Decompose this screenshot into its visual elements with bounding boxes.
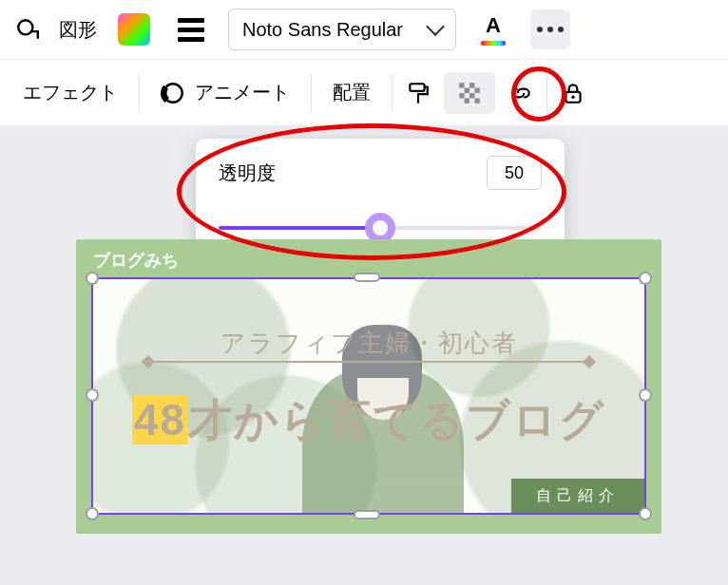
transparency-popover: 透明度 50 [196,139,565,251]
design-canvas[interactable]: ブログみち アラフィフ主婦・初心者 48才から育てるブログ 自己紹介 [76,239,661,534]
line-style-button[interactable] [171,9,211,49]
line-weight-icon [178,18,204,42]
position-button[interactable]: 配置 [312,60,392,126]
text-color-button[interactable]: A [473,9,513,49]
cta-badge: 自己紹介 [511,479,644,513]
decorative-rule [148,361,589,363]
svg-rect-11 [474,98,479,103]
main-title-rest: 才から育てるブログ [188,395,605,444]
svg-rect-10 [465,98,469,103]
svg-rect-6 [465,87,469,92]
text-color-icon: A [481,13,506,46]
chevron-down-icon [426,17,445,36]
transparency-label: 透明度 [219,160,276,186]
svg-point-0 [18,20,32,34]
animate-button[interactable]: アニメート [140,60,311,126]
svg-rect-9 [469,93,474,98]
transparency-slider[interactable] [219,217,542,239]
slider-fill [219,226,380,230]
more-options-button[interactable] [530,9,570,49]
toolbar-top: 図形 Noto Sans Regular A [0,0,728,59]
svg-rect-7 [474,87,479,92]
main-title-highlight: 48 [132,395,188,444]
fill-color-button[interactable] [114,9,154,49]
main-title-text: 48才から育てるブログ [93,391,644,450]
link-button[interactable] [495,60,546,126]
font-family-dropdown[interactable]: Noto Sans Regular [228,9,456,50]
transparency-icon [457,81,482,105]
paint-roller-icon [406,81,431,105]
ellipsis-icon [537,27,564,32]
animate-label: アニメート [195,80,290,105]
subtitle-text: アラフィフ主婦・初心者 [93,327,644,360]
animate-icon [161,81,185,105]
rainbow-swatch-icon [118,13,150,46]
svg-point-13 [571,95,574,98]
shape-tool-button[interactable] [8,9,48,49]
site-title-text: ブログみち [93,249,179,272]
lock-icon [561,81,585,105]
shape-tool-label: 図形 [59,17,97,43]
effects-button[interactable]: エフェクト [2,60,139,126]
shape-icon [15,17,40,42]
toolbar-second: エフェクト アニメート 配置 [0,59,728,125]
font-family-value: Noto Sans Regular [242,19,403,41]
style-copy-button[interactable] [393,60,444,126]
position-label: 配置 [333,80,371,105]
lock-button[interactable] [547,60,599,126]
svg-rect-4 [459,83,464,87]
effects-label: エフェクト [23,80,118,105]
svg-rect-3 [410,84,424,91]
link-icon [508,81,533,105]
transparency-value-text: 50 [505,163,524,183]
transparency-value-input[interactable]: 50 [487,156,542,190]
svg-rect-5 [469,83,474,87]
svg-rect-8 [459,93,464,98]
selected-graphic[interactable]: アラフィフ主婦・初心者 48才から育てるブログ 自己紹介 [93,279,644,513]
transparency-button[interactable] [444,72,495,114]
